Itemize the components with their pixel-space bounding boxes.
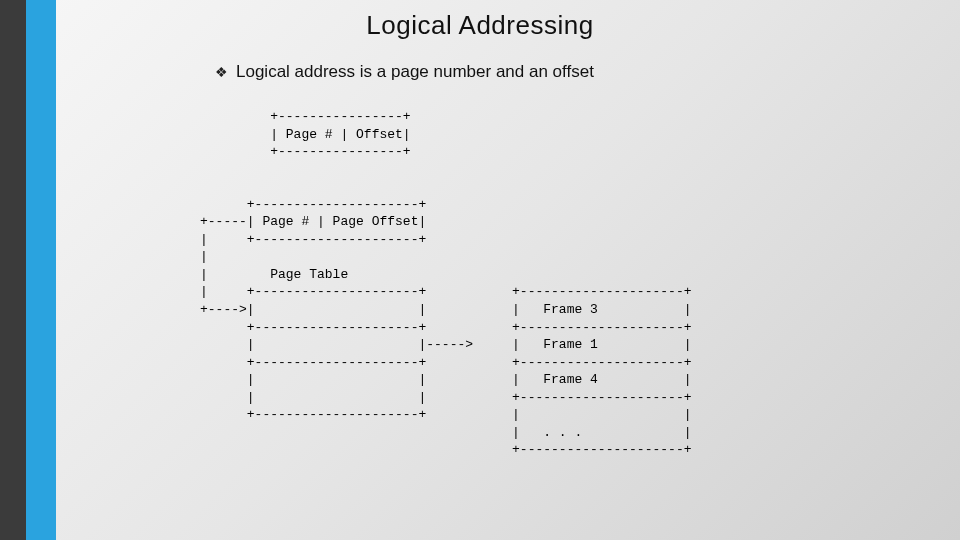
- accent-stripes: [0, 0, 70, 540]
- accent-stripe-dark: [0, 0, 30, 540]
- ascii-diagram: +----------------+ | Page # | Offset| +-…: [200, 108, 691, 459]
- page-title: Logical Addressing: [0, 10, 960, 41]
- diamond-bullet-icon: ❖: [215, 65, 228, 79]
- bullet-text: Logical address is a page number and an …: [236, 62, 594, 82]
- slide: Logical Addressing ❖ Logical address is …: [0, 0, 960, 540]
- accent-stripe-blue: [26, 0, 56, 540]
- bullet-row: ❖ Logical address is a page number and a…: [215, 62, 594, 82]
